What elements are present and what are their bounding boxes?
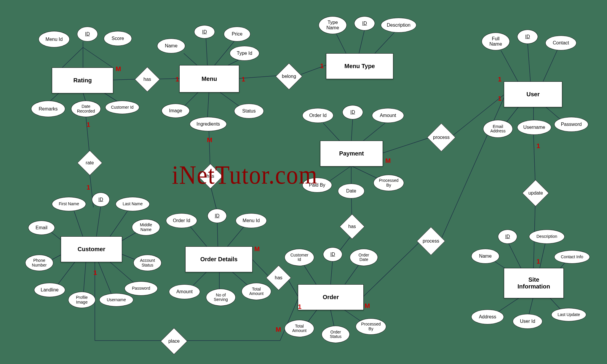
entity-menu: Menu xyxy=(179,65,239,92)
svg-line-43 xyxy=(304,265,317,286)
attr-rating-3: Remarks xyxy=(31,101,65,117)
cardinality-2: 1 xyxy=(242,76,245,83)
attr-payment-4: Date xyxy=(338,184,365,198)
attr-payment-5: ProcessedBy xyxy=(373,175,404,191)
svg-line-5 xyxy=(104,93,119,102)
attr-payment-2: Amount xyxy=(372,108,404,123)
attr-menu-3: Type Id xyxy=(230,46,259,61)
cardinality-0: M xyxy=(116,65,121,73)
cardinality-3: 1 xyxy=(320,62,324,70)
svg-line-9 xyxy=(206,39,207,67)
cardinality-11: 1 xyxy=(536,258,540,265)
svg-line-73 xyxy=(508,243,522,270)
svg-line-23 xyxy=(96,206,101,237)
er-diagram: iNetTutor.com RatingMenuMenu TypeUserPay… xyxy=(0,0,607,364)
cardinality-6: M xyxy=(207,136,212,144)
svg-line-13 xyxy=(207,92,209,117)
cardinality-9: 1 xyxy=(498,95,501,102)
attr-customer-8: Password xyxy=(124,281,158,296)
attr-customer-3: Email xyxy=(28,221,55,235)
attr-orderdetails-1: ID xyxy=(207,209,227,223)
attr-customer-1: ID xyxy=(92,193,110,207)
attr-customer-7: Landline xyxy=(34,283,65,297)
attr-menu-4: Image xyxy=(162,104,190,118)
svg-line-58 xyxy=(323,123,341,142)
attr-rating-2: Score xyxy=(104,31,132,46)
cardinality-16: M xyxy=(276,326,281,333)
svg-line-60 xyxy=(362,123,385,142)
attr-rating-0: Menu Id xyxy=(39,31,70,47)
svg-line-0 xyxy=(62,47,83,68)
svg-line-41 xyxy=(252,259,270,278)
svg-line-22 xyxy=(74,211,83,237)
attr-order-1: ID xyxy=(323,247,342,262)
svg-line-61 xyxy=(382,137,431,153)
cardinality-15: M xyxy=(365,302,370,310)
attr-siteinfo-2: Description xyxy=(529,230,565,244)
attr-order-2: OrderDate xyxy=(350,249,378,266)
attr-menu-6: Status xyxy=(234,104,264,118)
attr-menu-1: ID xyxy=(194,25,215,39)
svg-line-45 xyxy=(344,265,359,286)
attr-order-4: OrderStatus xyxy=(322,326,350,343)
attr-rating-1: ID xyxy=(77,27,98,41)
attr-customer-2: Last Name xyxy=(116,197,150,211)
entity-orderdetails: Order Details xyxy=(185,246,253,272)
attr-siteinfo-0: ID xyxy=(498,230,517,244)
attr-customer-9: ProfileImage xyxy=(68,292,95,308)
svg-line-36 xyxy=(217,222,218,247)
svg-line-64 xyxy=(528,43,531,83)
attr-orderdetails-3: Amount xyxy=(169,284,200,299)
svg-line-70 xyxy=(440,98,504,241)
watermark: iNetTutor.com xyxy=(172,160,318,190)
svg-line-71 xyxy=(533,135,535,184)
cardinality-5: 1 xyxy=(87,184,90,191)
attr-customer-5: PhoneNumber xyxy=(25,255,53,271)
entity-customer: Customer xyxy=(61,236,122,262)
cardinality-8: 1 xyxy=(498,76,501,83)
attr-menutype-2: Description xyxy=(381,18,416,33)
attr-orderdetails-5: TotalAmount xyxy=(242,283,271,300)
attr-customer-6: AccountStatus xyxy=(133,255,162,271)
svg-line-17 xyxy=(336,34,347,55)
attr-order-3: TotalAmount xyxy=(285,320,314,337)
attr-user-2: Contact xyxy=(545,36,576,50)
entity-user: User xyxy=(504,81,562,107)
attr-customer-0: First Name xyxy=(52,197,86,211)
attr-user-3: EmailAddress xyxy=(483,120,513,138)
attr-customer-4: MiddleName xyxy=(132,219,160,235)
svg-line-59 xyxy=(351,118,353,142)
attr-rating-4: DateRecorded xyxy=(71,101,101,117)
cardinality-4: 1 xyxy=(87,121,90,129)
attr-order-5: ProcessedBy xyxy=(356,318,386,335)
cardinality-14: 1 xyxy=(298,303,301,311)
attr-rating-5: Customer Id xyxy=(105,101,139,114)
svg-line-44 xyxy=(330,261,333,286)
attr-user-0: FullName xyxy=(482,33,510,50)
cardinality-12: 1 xyxy=(93,269,97,277)
entity-payment: Payment xyxy=(320,141,383,166)
attr-menu-5: Ingredients xyxy=(190,117,227,131)
attr-siteinfo-4: Address xyxy=(471,310,504,324)
attr-user-1: ID xyxy=(517,30,538,44)
svg-line-2 xyxy=(83,47,113,68)
attr-payment-0: Order Id xyxy=(302,108,333,123)
entity-menutype: Menu Type xyxy=(326,53,393,79)
svg-line-65 xyxy=(542,50,557,83)
attr-siteinfo-5: User Id xyxy=(513,314,542,329)
attr-orderdetails-0: Order Id xyxy=(166,213,197,228)
svg-line-19 xyxy=(373,33,394,55)
attr-user-5: Password xyxy=(554,117,588,132)
svg-line-24 xyxy=(110,211,127,237)
cardinality-7: M xyxy=(385,157,391,165)
attr-siteinfo-1: Name xyxy=(471,249,499,264)
svg-line-8 xyxy=(184,53,199,67)
attr-siteinfo-6: Last Update xyxy=(551,308,586,321)
attr-menutype-1: ID xyxy=(354,16,375,31)
cardinality-1: 1 xyxy=(175,76,179,83)
attr-menu-0: Name xyxy=(157,39,185,53)
entity-order: Order xyxy=(298,284,364,310)
cardinality-10: 1 xyxy=(536,142,540,150)
attr-user-4: Username xyxy=(517,120,551,135)
attr-menu-2: Price xyxy=(224,27,250,41)
